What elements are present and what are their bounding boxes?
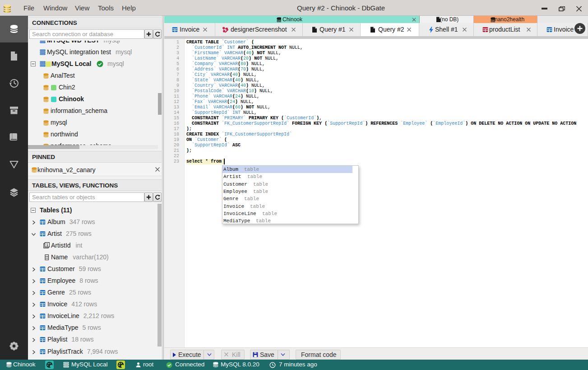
svg-text:1: 1 (46, 242, 48, 247)
